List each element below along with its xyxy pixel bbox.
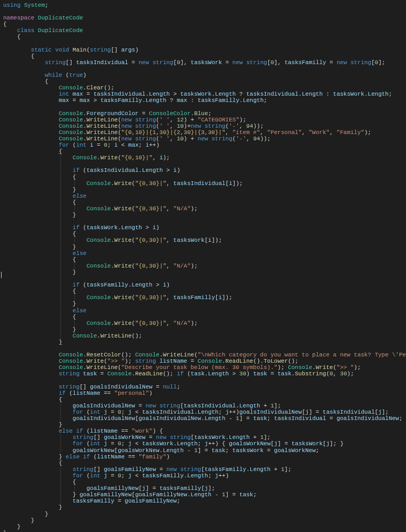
code-content: using System; namespace DuplicateCode { …: [3, 2, 406, 532]
text-cursor: [1, 272, 2, 278]
code-editor[interactable]: using System; namespace DuplicateCode { …: [0, 0, 406, 532]
